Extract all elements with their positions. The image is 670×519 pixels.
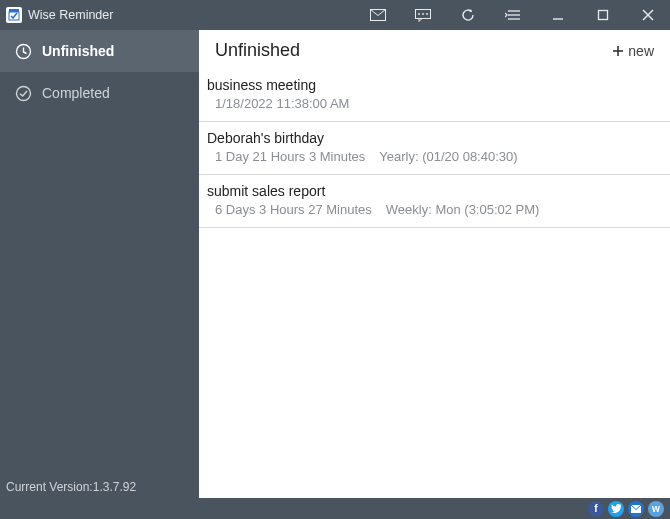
- mail-icon[interactable]: [355, 0, 400, 30]
- new-button[interactable]: new: [612, 43, 654, 59]
- svg-point-15: [16, 86, 30, 100]
- new-button-label: new: [628, 43, 654, 59]
- sidebar-item-label: Unfinished: [42, 43, 114, 59]
- sidebar-item-completed[interactable]: Completed: [0, 72, 199, 114]
- maximize-button[interactable]: [580, 0, 625, 30]
- task-detail: 1 Day 21 Hours 3 MinutesYearly: (01/20 0…: [207, 149, 654, 164]
- facebook-icon[interactable]: f: [588, 501, 604, 517]
- task-detail: 1/18/2022 11:38:00 AM: [207, 96, 654, 111]
- task-title: Deborah's birthday: [207, 130, 654, 146]
- clock-icon: [14, 43, 32, 60]
- minimize-button[interactable]: [535, 0, 580, 30]
- svg-point-4: [418, 13, 420, 15]
- version-text: Current Version:1.3.7.92: [0, 476, 199, 498]
- task-title: business meeting: [207, 77, 654, 93]
- twitter-icon[interactable]: [608, 501, 624, 517]
- svg-point-6: [426, 13, 428, 15]
- refresh-icon[interactable]: [445, 0, 490, 30]
- app-title: Wise Reminder: [28, 8, 113, 22]
- close-button[interactable]: [625, 0, 670, 30]
- feedback-icon[interactable]: [400, 0, 445, 30]
- email-icon[interactable]: [628, 501, 644, 517]
- plus-icon: [612, 45, 624, 57]
- task-title: submit sales report: [207, 183, 654, 199]
- menu-icon[interactable]: [490, 0, 535, 30]
- titlebar: Wise Reminder: [0, 0, 670, 30]
- app-icon: [6, 7, 22, 23]
- wise-icon[interactable]: w: [648, 501, 664, 517]
- sidebar-item-label: Completed: [42, 85, 110, 101]
- sidebar-item-unfinished[interactable]: Unfinished: [0, 30, 199, 72]
- task-row[interactable]: submit sales report 6 Days 3 Hours 27 Mi…: [199, 175, 670, 228]
- svg-rect-11: [598, 11, 607, 20]
- task-row[interactable]: Deborah's birthday 1 Day 21 Hours 3 Minu…: [199, 122, 670, 175]
- check-circle-icon: [14, 85, 32, 102]
- svg-point-5: [422, 13, 424, 15]
- page-title: Unfinished: [215, 40, 300, 61]
- task-row[interactable]: business meeting 1/18/2022 11:38:00 AM: [199, 69, 670, 122]
- sidebar: Unfinished Completed Current Version:1.3…: [0, 30, 199, 498]
- task-detail: 6 Days 3 Hours 27 MinutesWeekly: Mon (3:…: [207, 202, 654, 217]
- main-panel: Unfinished new business meeting 1/18/202…: [199, 30, 670, 498]
- footer: f w: [0, 498, 670, 519]
- task-list: business meeting 1/18/2022 11:38:00 AM D…: [199, 69, 670, 498]
